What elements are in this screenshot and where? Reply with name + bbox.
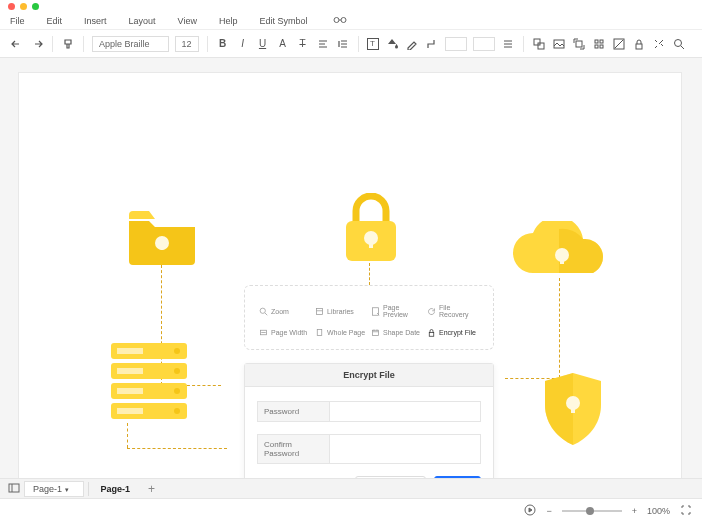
minimize-window-icon[interactable] [20, 3, 27, 10]
zoom-out-icon[interactable]: − [546, 506, 551, 516]
cloud-shape[interactable] [509, 221, 615, 281]
fullscreen-icon[interactable] [680, 504, 692, 518]
view-options-panel: Zoom Libraries Page Preview File Recover… [244, 285, 494, 350]
svg-rect-21 [117, 348, 143, 354]
option-file-recovery[interactable]: File Recovery [427, 304, 479, 318]
lock-shape[interactable] [341, 193, 401, 263]
add-page-icon[interactable]: + [148, 482, 155, 496]
svg-rect-14 [161, 243, 164, 250]
font-select[interactable]: Apple Braille [92, 36, 169, 52]
shield-shape[interactable] [543, 373, 603, 445]
text-tool-icon[interactable]: T [367, 38, 379, 50]
drawing-canvas[interactable]: Zoom Libraries Page Preview File Recover… [18, 72, 682, 492]
zoom-level[interactable]: 100% [647, 506, 670, 516]
dialog-title: Encrypt File [245, 364, 493, 387]
underline-icon[interactable]: U [256, 37, 270, 51]
svg-point-0 [334, 17, 339, 22]
option-shape-date[interactable]: Shape Date [371, 328, 423, 337]
menu-edit-symbol[interactable]: Edit Symbol [259, 16, 307, 26]
close-window-icon[interactable] [8, 3, 15, 10]
font-color-icon[interactable]: A [276, 37, 290, 51]
bold-icon[interactable]: B [216, 37, 230, 51]
password-label: Password [258, 402, 330, 421]
image-icon[interactable] [552, 37, 566, 51]
svg-point-1 [341, 17, 346, 22]
svg-point-12 [674, 39, 681, 46]
option-zoom[interactable]: Zoom [259, 304, 311, 318]
option-page-preview[interactable]: Page Preview [371, 304, 423, 318]
fill-icon[interactable] [385, 37, 399, 51]
svg-rect-9 [600, 45, 603, 48]
font-size-select[interactable]: 12 [175, 36, 199, 52]
lock-tool-icon[interactable] [632, 37, 646, 51]
settings-icon[interactable] [652, 37, 666, 51]
line-spacing-icon[interactable] [336, 37, 350, 51]
menu-view[interactable]: View [178, 16, 197, 26]
svg-rect-27 [117, 388, 143, 394]
connector-icon[interactable] [425, 37, 439, 51]
list-icon[interactable] [501, 37, 515, 51]
svg-rect-30 [117, 408, 143, 414]
redo-icon[interactable] [30, 37, 44, 51]
bring-front-icon[interactable] [572, 37, 586, 51]
italic-icon[interactable]: I [236, 37, 250, 51]
svg-point-28 [174, 388, 180, 394]
menu-file[interactable]: File [10, 16, 25, 26]
window-titlebar [0, 0, 702, 12]
tab-page-1[interactable]: Page-1 [93, 482, 145, 496]
svg-rect-8 [595, 45, 598, 48]
glasses-icon[interactable] [333, 15, 347, 27]
option-page-width[interactable]: Page Width [259, 328, 311, 337]
svg-rect-7 [600, 40, 603, 43]
confirm-password-input[interactable] [330, 435, 480, 463]
svg-rect-38 [317, 330, 322, 336]
svg-rect-39 [373, 330, 379, 335]
option-encrypt-file[interactable]: Encrypt File [427, 328, 479, 337]
svg-rect-35 [317, 308, 323, 314]
menu-help[interactable]: Help [219, 16, 238, 26]
option-whole-page[interactable]: Whole Page [315, 328, 367, 337]
server-shape[interactable] [111, 343, 187, 421]
tabs-view-icon[interactable] [8, 483, 20, 495]
menu-insert[interactable]: Insert [84, 16, 107, 26]
svg-point-31 [174, 408, 180, 414]
svg-rect-2 [534, 39, 540, 45]
svg-rect-19 [560, 255, 564, 264]
format-painter-icon[interactable] [61, 37, 75, 51]
group-icon[interactable] [532, 37, 546, 51]
svg-point-34 [260, 308, 265, 313]
line-swatch[interactable] [473, 37, 495, 51]
folder-shape[interactable] [127, 211, 197, 265]
page-tabs: Page-1 ▾ Page-1 + [0, 478, 702, 498]
align-icon[interactable] [316, 37, 330, 51]
distribute-icon[interactable] [592, 37, 606, 51]
option-libraries[interactable]: Libraries [315, 304, 367, 318]
tab-page-1-dropdown[interactable]: Page-1 ▾ [24, 481, 84, 497]
svg-rect-40 [429, 333, 434, 337]
pen-icon[interactable] [405, 37, 419, 51]
svg-point-22 [174, 348, 180, 354]
svg-rect-6 [595, 40, 598, 43]
strikethrough-icon[interactable]: T [296, 37, 310, 51]
menu-bar: File Edit Insert Layout View Help Edit S… [0, 12, 702, 30]
fill-swatch[interactable] [445, 37, 467, 51]
password-input[interactable] [330, 402, 480, 421]
menu-edit[interactable]: Edit [47, 16, 63, 26]
svg-point-25 [174, 368, 180, 374]
zoom-slider[interactable] [562, 510, 622, 512]
undo-icon[interactable] [10, 37, 24, 51]
svg-rect-33 [571, 403, 575, 413]
no-icon[interactable] [612, 37, 626, 51]
presentation-icon[interactable] [524, 504, 536, 518]
svg-rect-41 [9, 484, 19, 492]
toolbar: Apple Braille 12 B I U A T T [0, 30, 702, 58]
menu-layout[interactable]: Layout [129, 16, 156, 26]
svg-rect-24 [117, 368, 143, 374]
svg-rect-5 [576, 41, 582, 47]
confirm-password-label: Confirm Password [258, 435, 330, 463]
svg-rect-17 [369, 238, 373, 248]
search-icon[interactable] [672, 37, 686, 51]
maximize-window-icon[interactable] [32, 3, 39, 10]
svg-rect-11 [636, 44, 642, 49]
zoom-in-icon[interactable]: + [632, 506, 637, 516]
